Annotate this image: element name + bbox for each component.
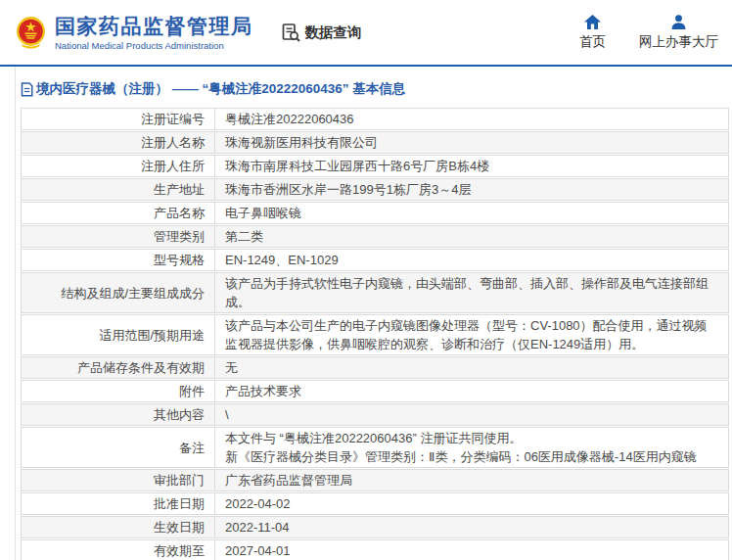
table-row: 生产地址珠海市香洲区水岸一路199号1栋厂房3～4层 — [21, 178, 729, 201]
top-nav: 首页 网上办事大厅 — [579, 15, 732, 51]
nmpa-logo-brand[interactable]: 国家药品监督管理局 National Medical Products Admi… — [0, 15, 253, 51]
row-value: 本文件与 “粤械注准20222060436” 注册证共同使用。新《医疗器械分类目… — [215, 428, 728, 467]
table-row: 管理类别第二类 — [21, 225, 729, 248]
row-label: 其他内容 — [22, 404, 215, 425]
row-value: 2022-04-02 — [215, 493, 728, 514]
row-value: 2022-11-04 — [215, 517, 728, 537]
row-label: 产品名称 — [22, 203, 215, 223]
nav-home-label: 首页 — [579, 33, 606, 51]
agency-name-en: National Medical Products Administration — [55, 40, 253, 51]
row-label: 管理类别 — [22, 226, 215, 247]
row-value: 珠海市香洲区水岸一路199号1栋厂房3～4层 — [215, 179, 728, 200]
row-value: 该产品与本公司生产的电子内窥镜图像处理器（型号：CV-1080）配合使用，通过视… — [215, 315, 728, 354]
row-label: 注册人住所 — [22, 156, 215, 176]
table-row: 审批部门广东省药品监督管理局 — [21, 469, 729, 491]
row-value: 粤械注准20222060436 — [215, 109, 728, 129]
row-value: EN-1249、EN-1029 — [215, 250, 728, 270]
data-query-label: 数据查询 — [305, 23, 362, 42]
row-label: 批准日期 — [22, 493, 215, 514]
section-title: 境内医疗器械（注册） —— “粤械注准20222060436” 基本信息 — [21, 67, 729, 108]
table-row: 其他内容\ — [21, 403, 729, 426]
content-area: 境内医疗器械（注册） —— “粤械注准20222060436” 基本信息 注册证… — [15, 67, 730, 560]
table-row: 产品名称电子鼻咽喉镜 — [21, 202, 729, 224]
row-label: 适用范围/预期用途 — [22, 315, 215, 354]
table-row: 产品储存条件及有效期无 — [21, 356, 729, 379]
row-value: 该产品为手持式软性电子内窥镜，由头端部、弯曲部、插入部、操作部及电气连接部组成。 — [215, 273, 728, 312]
agency-name-zh: 国家药品监督管理局 — [55, 15, 253, 38]
row-label: 结构及组成/主要组成成分 — [22, 273, 215, 312]
table-row: 生效日期2022-11-04 — [21, 516, 729, 538]
table-row: 有效期至2027-04-01 — [21, 539, 729, 560]
row-value: 珠海市南屏科技工业园屏西十路6号厂房B栋4楼 — [215, 156, 728, 176]
document-search-icon — [281, 23, 301, 43]
row-value: 2027-04-01 — [215, 540, 728, 560]
document-icon — [21, 82, 33, 97]
row-value: 产品技术要求 — [215, 381, 728, 401]
data-query-link[interactable]: 数据查询 — [281, 23, 362, 43]
row-label: 备注 — [22, 428, 215, 467]
row-value: 第二类 — [215, 226, 728, 247]
row-label: 型号规格 — [22, 250, 215, 270]
table-row: 注册人住所珠海市南屏科技工业园屏西十路6号厂房B栋4楼 — [21, 155, 729, 177]
table-row: 结构及组成/主要组成成分该产品为手持式软性电子内窥镜，由头端部、弯曲部、插入部、… — [21, 272, 729, 313]
row-label: 附件 — [22, 381, 215, 401]
page-title: 境内医疗器械（注册） —— “粤械注准20222060436” 基本信息 — [36, 80, 405, 98]
table-row: 批准日期2022-04-02 — [21, 492, 729, 515]
info-table: 注册证编号粤械注准20222060436注册人名称珠海视新医用科技有限公司注册人… — [21, 108, 729, 560]
nav-item-service-hall[interactable]: 网上办事大厅 — [639, 15, 718, 51]
row-value: 无 — [215, 357, 728, 378]
row-label: 生产地址 — [22, 179, 215, 200]
site-header: 国家药品监督管理局 National Medical Products Admi… — [0, 0, 732, 67]
row-label: 产品储存条件及有效期 — [22, 357, 215, 378]
table-row: 适用范围/预期用途该产品与本公司生产的电子内窥镜图像处理器（型号：CV-1080… — [21, 314, 729, 355]
home-icon — [584, 15, 601, 29]
row-value: 电子鼻咽喉镜 — [215, 203, 728, 223]
table-row: 型号规格EN-1249、EN-1029 — [21, 249, 729, 271]
table-row: 注册人名称珠海视新医用科技有限公司 — [21, 131, 729, 154]
person-icon — [670, 15, 687, 29]
row-value: \ — [215, 404, 728, 425]
row-value: 广东省药品监督管理局 — [215, 470, 728, 490]
nav-service-hall-label: 网上办事大厅 — [639, 33, 718, 51]
row-value: 珠海视新医用科技有限公司 — [215, 132, 728, 153]
row-label: 审批部门 — [22, 470, 215, 490]
row-label: 有效期至 — [22, 540, 215, 560]
table-row: 附件产品技术要求 — [21, 380, 729, 402]
row-label: 注册人名称 — [22, 132, 215, 153]
row-label: 注册证编号 — [22, 109, 215, 129]
national-emblem-logo — [16, 16, 46, 50]
row-label: 生效日期 — [22, 517, 215, 537]
table-row: 备注本文件与 “粤械注准20222060436” 注册证共同使用。新《医疗器械分… — [21, 427, 729, 468]
table-row: 注册证编号粤械注准20222060436 — [21, 108, 729, 130]
nav-item-home[interactable]: 首页 — [579, 15, 606, 51]
